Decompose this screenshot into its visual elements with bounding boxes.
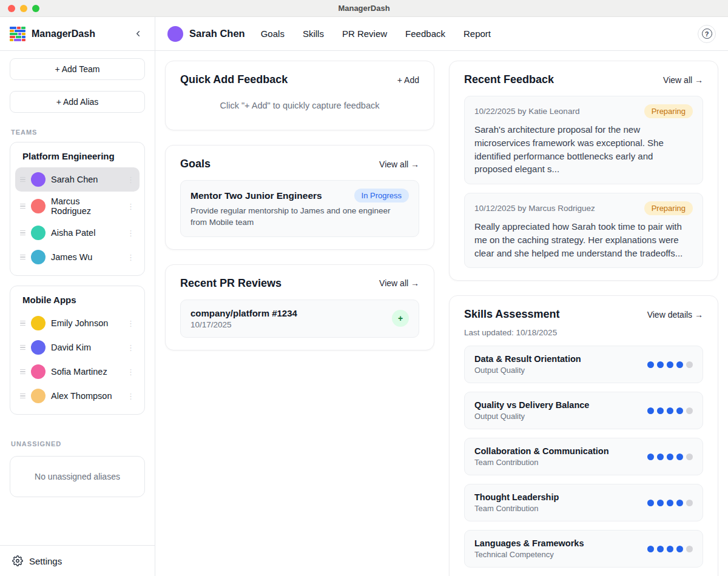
skill-row[interactable]: Collaboration & Communication Team Contr…	[464, 438, 703, 475]
skills-list: Data & Result Orientation Output Quality…	[464, 346, 703, 568]
skill-name: Quality vs Delivery Balance	[474, 400, 589, 410]
tab-feedback[interactable]: Feedback	[405, 28, 445, 39]
drag-handle-icon[interactable]	[20, 204, 25, 209]
rating-dot-filled	[657, 546, 664, 552]
rating-dot-filled	[657, 361, 664, 368]
add-team-button[interactable]: + Add Team	[10, 58, 145, 80]
main-header: Sarah Chen GoalsSkillsPR ReviewFeedbackR…	[155, 17, 728, 51]
skill-row[interactable]: Thought Leadership Team Contribution	[464, 484, 703, 521]
person-name: Sarah Chen	[189, 28, 245, 39]
member-avatar	[31, 172, 46, 187]
drag-handle-icon[interactable]	[20, 230, 25, 236]
drag-handle-icon[interactable]	[20, 255, 25, 260]
rating-dot-filled	[667, 407, 673, 414]
goals-view-all-link[interactable]: View all →	[379, 159, 419, 169]
rating-dot-filled	[647, 500, 654, 506]
titlebar: ManagerDash	[0, 0, 728, 17]
quick-add-button[interactable]: + Add	[397, 75, 419, 85]
window-controls	[8, 5, 39, 12]
skill-row[interactable]: Quality vs Delivery Balance Output Quali…	[464, 392, 703, 429]
feedback-item[interactable]: 10/22/2025 by Katie Leonard Preparing Sa…	[464, 96, 703, 184]
gear-icon	[12, 555, 23, 566]
rating-dot-empty	[686, 407, 693, 414]
team-member-emily-johnson[interactable]: Emily Johnson ⋮	[15, 311, 140, 335]
member-menu-icon[interactable]: ⋮	[127, 229, 135, 237]
app-logo-icon	[10, 26, 25, 42]
pr-reviews-view-all-link[interactable]: View all →	[379, 278, 419, 288]
team-member-david-kim[interactable]: David Kim ⋮	[15, 335, 140, 360]
drag-handle-icon[interactable]	[20, 321, 25, 326]
goals-list: Mentor Two Junior Engineers In Progress …	[180, 180, 419, 237]
tab-pr-review[interactable]: PR Review	[342, 28, 387, 39]
member-name: Marcus Rodriguez	[51, 196, 121, 216]
skill-rating-dots	[647, 361, 693, 368]
rating-dot-filled	[647, 407, 654, 414]
member-menu-icon[interactable]: ⋮	[127, 253, 135, 261]
team-member-sofia-martinez[interactable]: Sofia Martinez ⋮	[15, 360, 140, 384]
pr-add-button[interactable]: +	[392, 310, 409, 327]
minimize-window-button[interactable]	[20, 5, 27, 12]
team-member-marcus-rodriguez[interactable]: Marcus Rodriguez ⋮	[15, 192, 140, 221]
tab-report[interactable]: Report	[463, 28, 491, 39]
goal-item[interactable]: Mentor Two Junior Engineers In Progress …	[180, 180, 419, 237]
feedback-text: Sarah's architecture proposal for the ne…	[474, 123, 693, 176]
rating-dot-filled	[657, 454, 664, 460]
rating-dot-filled	[667, 361, 673, 368]
sidebar-collapse-button[interactable]	[131, 27, 145, 41]
team-member-sarah-chen[interactable]: Sarah Chen ⋮	[15, 167, 140, 192]
skill-row[interactable]: Data & Result Orientation Output Quality	[464, 346, 703, 383]
drag-handle-icon[interactable]	[20, 369, 25, 375]
drag-handle-icon[interactable]	[20, 393, 25, 399]
settings-button[interactable]: Settings	[0, 545, 155, 576]
goal-title: Mentor Two Junior Engineers	[190, 190, 322, 201]
member-menu-icon[interactable]: ⋮	[127, 203, 135, 210]
member-menu-icon[interactable]: ⋮	[127, 320, 135, 327]
quick-add-hint: Click "+ Add" to quickly capture feedbac…	[180, 96, 419, 118]
member-menu-icon[interactable]: ⋮	[127, 344, 135, 352]
pr-reviews-list: company/platform #1234 10/17/2025 +	[180, 300, 419, 338]
feedback-status-badge: Preparing	[644, 201, 693, 215]
member-name: James Wu	[51, 252, 92, 262]
member-avatar	[31, 250, 46, 264]
feedback-item[interactable]: 10/12/2025 by Marcus Rodriguez Preparing…	[464, 193, 703, 268]
rating-dot-empty	[686, 546, 693, 552]
member-menu-icon[interactable]: ⋮	[127, 392, 135, 400]
team-members: Emily Johnson ⋮ David Kim ⋮ Sofia Martin…	[15, 311, 140, 408]
skills-view-details-link[interactable]: View details →	[647, 310, 703, 320]
member-menu-icon[interactable]: ⋮	[127, 368, 135, 376]
skill-row[interactable]: Languages & Frameworks Technical Compete…	[464, 530, 703, 568]
skills-last-updated: Last updated: 10/18/2025	[464, 328, 703, 337]
tab-skills[interactable]: Skills	[303, 28, 324, 39]
add-alias-button[interactable]: + Add Alias	[10, 91, 145, 113]
pr-review-item[interactable]: company/platform #1234 10/17/2025 +	[180, 300, 419, 338]
member-name: Sarah Chen	[51, 175, 98, 184]
dashboard-content: Quick Add Feedback + Add Click "+ Add" t…	[155, 51, 728, 576]
rating-dot-empty	[686, 454, 693, 460]
rating-dot-filled	[667, 454, 673, 460]
close-window-button[interactable]	[8, 5, 15, 12]
zoom-window-button[interactable]	[32, 5, 39, 12]
sidebar-header: ManagerDash	[0, 17, 155, 51]
member-avatar	[31, 316, 46, 330]
plus-icon: +	[398, 313, 403, 323]
team-member-alex-thompson[interactable]: Alex Thompson ⋮	[15, 384, 140, 408]
sidebar-body: + Add Team + Add Alias TEAMS Platform En…	[0, 51, 155, 545]
rating-dot-filled	[657, 407, 664, 414]
team-member-james-wu[interactable]: James Wu ⋮	[15, 245, 140, 269]
feedback-text: Really appreciated how Sarah took time t…	[474, 220, 693, 260]
recent-pr-reviews-card: Recent PR Reviews View all → company/pla…	[165, 264, 434, 350]
tab-goals[interactable]: Goals	[261, 28, 285, 39]
left-column: Quick Add Feedback + Add Click "+ Add" t…	[165, 61, 434, 350]
app-title: ManagerDash	[32, 28, 95, 39]
app-window: ManagerDash + Add Team + Add Alias TEAMS…	[0, 17, 728, 576]
help-button[interactable]: ?	[698, 25, 716, 43]
drag-handle-icon[interactable]	[20, 177, 25, 183]
recent-feedback-card: Recent Feedback View all → 10/22/2025 by…	[449, 61, 718, 281]
member-menu-icon[interactable]: ⋮	[127, 176, 135, 184]
drag-handle-icon[interactable]	[20, 345, 25, 350]
skill-name: Collaboration & Communication	[474, 446, 609, 456]
skills-title: Skills Assessment	[464, 308, 559, 321]
rating-dot-filled	[676, 500, 683, 506]
team-member-aisha-patel[interactable]: Aisha Patel ⋮	[15, 221, 140, 245]
feedback-view-all-link[interactable]: View all →	[663, 75, 703, 85]
